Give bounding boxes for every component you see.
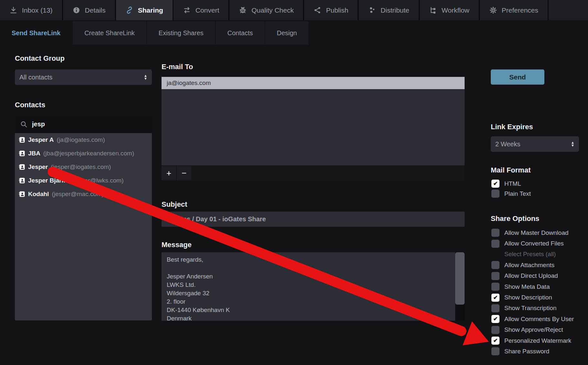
subtab-label: Design — [277, 29, 297, 37]
contact-name: Jesper A — [28, 136, 54, 143]
tab-convert[interactable]: Convert — [173, 0, 229, 20]
option-allow-master-download[interactable]: Allow Master Download — [491, 227, 574, 238]
contact-name: Kodahl — [28, 191, 49, 198]
search-icon — [20, 120, 27, 128]
checkbox-checked-icon[interactable]: ✔ — [491, 294, 499, 302]
app-root: Inbox (13) Details Sharing Convert Quali… — [0, 0, 588, 365]
mail-format-plain-text-row[interactable]: Plain Text — [491, 189, 531, 199]
email-to-heading: E-mail To — [162, 63, 193, 71]
subtab-label: Existing Shares — [159, 29, 204, 37]
contacts-panel: Jesper A (ja@iogates.com) JBA (jba@jespe… — [15, 115, 152, 320]
message-scrollbar-track[interactable] — [455, 252, 465, 321]
checkbox-unchecked-icon[interactable] — [491, 326, 499, 334]
option-show-description[interactable]: ✔ Show Description — [491, 292, 574, 303]
subtab-existing-shares[interactable]: Existing Shares — [147, 21, 215, 45]
tab-preferences[interactable]: Preferences — [480, 0, 548, 20]
distribute-icon — [368, 6, 376, 14]
share-icon — [313, 6, 321, 14]
tab-label: Workflow — [442, 6, 469, 14]
bug-icon — [239, 6, 247, 14]
checkbox-unchecked-icon[interactable] — [491, 304, 499, 312]
tab-sharing[interactable]: Sharing — [116, 0, 173, 20]
option-label: Share Password — [504, 348, 549, 355]
tab-details[interactable]: Details — [63, 0, 115, 20]
workflow-icon — [429, 6, 437, 14]
contact-row-jesper-a[interactable]: Jesper A (ja@iogates.com) — [15, 133, 152, 147]
subtab-create-sharelink[interactable]: Create ShareLink — [73, 21, 146, 45]
message-line: Best regards, — [167, 256, 450, 264]
top-nav: Inbox (13) Details Sharing Convert Quali… — [0, 0, 588, 20]
tab-quality-check[interactable]: Quality Check — [229, 0, 303, 20]
tab-workflow[interactable]: Workflow — [420, 0, 479, 20]
option-label: Allow Converted Files — [504, 240, 564, 247]
message-textarea[interactable]: Best regards, Jesper Andersen LWKS Ltd. … — [162, 252, 465, 321]
email-to-listbox[interactable]: ja@iogates.com — [162, 77, 465, 165]
select-stepper-icon: ▲▼ — [571, 141, 574, 147]
subtab-label: Create ShareLink — [84, 29, 135, 37]
remove-recipient-button[interactable]: − — [177, 166, 191, 180]
tab-label: Quality Check — [251, 6, 294, 14]
subject-value: ioGates / Day 01 - ioGates Share — [167, 215, 266, 223]
link-expires-select[interactable]: 2 Weeks ▲▼ — [491, 136, 579, 152]
select-stepper-icon: ▲▼ — [144, 74, 147, 80]
checkbox-unchecked-icon[interactable] — [491, 283, 499, 291]
option-share-password[interactable]: Share Password — [491, 346, 574, 357]
mail-format-options: ✔ HTML Plain Text — [491, 179, 531, 199]
checkbox-unchecked-icon[interactable] — [491, 240, 499, 248]
option-label: Show Meta Data — [504, 283, 550, 290]
subtab-contacts[interactable]: Contacts — [216, 21, 265, 45]
checkbox-unchecked-icon[interactable] — [491, 229, 499, 237]
contact-row-jesper-bjarke[interactable]: Jesper Bjarke (jesper@lwks.com) — [15, 174, 152, 187]
contact-email: (jesper@lwks.com) — [71, 177, 124, 184]
checkbox-checked-icon[interactable]: ✔ — [491, 180, 499, 188]
add-recipient-button[interactable]: + — [162, 166, 176, 180]
checkbox-unchecked-icon[interactable] — [491, 347, 499, 355]
send-button[interactable]: Send — [491, 69, 544, 85]
option-show-transcription[interactable]: Show Transcription — [491, 303, 574, 314]
contact-row-jba[interactable]: JBA (jba@jesperbjarkeandersen.com) — [15, 147, 152, 160]
tab-label: Preferences — [502, 6, 538, 14]
checkbox-checked-icon[interactable]: ✔ — [491, 315, 499, 323]
contact-email: (jba@jesperbjarkeandersen.com) — [43, 150, 134, 157]
subtab-design[interactable]: Design — [265, 21, 309, 45]
share-options-list: Allow Master Download Allow Converted Fi… — [491, 227, 574, 357]
option-allow-direct-upload[interactable]: Allow Direct Upload — [491, 271, 574, 281]
checkbox-checked-icon[interactable]: ✔ — [491, 337, 499, 345]
checkbox-unchecked-icon[interactable] — [491, 272, 499, 280]
email-recipient-selected[interactable]: ja@iogates.com — [162, 77, 465, 89]
checkbox-unchecked-icon[interactable] — [491, 190, 499, 198]
contact-row-kodahl[interactable]: Kodahl (jesper@mac.com) — [15, 187, 152, 201]
tab-label: Inbox (13) — [22, 6, 53, 14]
option-allow-attachments[interactable]: Allow Attachments — [491, 260, 574, 270]
tab-label: Publish — [326, 6, 348, 14]
tab-distribute[interactable]: Distribute — [359, 0, 419, 20]
mail-format-heading: Mail Format — [491, 166, 530, 174]
option-show-meta-data[interactable]: Show Meta Data — [491, 281, 574, 292]
mail-format-html-row[interactable]: ✔ HTML — [491, 179, 531, 189]
gear-icon — [489, 6, 497, 14]
option-label: Select Presets (all) — [504, 251, 556, 258]
message-line: Jesper Andersen — [167, 272, 450, 281]
contacts-search-input[interactable] — [31, 120, 139, 128]
message-line — [167, 264, 450, 272]
checkbox-unchecked-icon[interactable] — [491, 261, 499, 269]
option-label: Allow Direct Upload — [504, 272, 558, 279]
contact-row-jesper[interactable]: Jesper (jesper@iogates.com) — [15, 160, 152, 174]
subtab-send-sharelink[interactable]: Send ShareLink — [0, 21, 72, 45]
tab-inbox[interactable]: Inbox (13) — [0, 0, 62, 20]
option-allow-converted-files[interactable]: Allow Converted Files — [491, 238, 574, 249]
message-text: Best regards, Jesper Andersen LWKS Ltd. … — [167, 256, 450, 323]
contact-card-icon — [19, 137, 25, 143]
subtab-label: Send ShareLink — [12, 29, 60, 37]
option-select-presets[interactable]: Select Presets (all) — [491, 249, 574, 260]
message-scrollbar-thumb[interactable] — [455, 252, 465, 305]
contact-group-select[interactable]: All contacts ▲▼ — [15, 69, 152, 85]
contacts-search[interactable] — [15, 115, 152, 133]
message-line: DK-1440 København K — [167, 306, 450, 314]
subject-input[interactable]: ioGates / Day 01 - ioGates Share — [162, 212, 465, 227]
option-personalized-watermark[interactable]: ✔ Personalized Watermark — [491, 335, 574, 346]
option-label: Allow Master Download — [504, 229, 569, 236]
option-show-approve-reject[interactable]: Show Approve/Reject — [491, 325, 574, 335]
option-allow-comments-by-user[interactable]: ✔ Allow Comments By User — [491, 314, 574, 324]
tab-publish[interactable]: Publish — [304, 0, 358, 20]
